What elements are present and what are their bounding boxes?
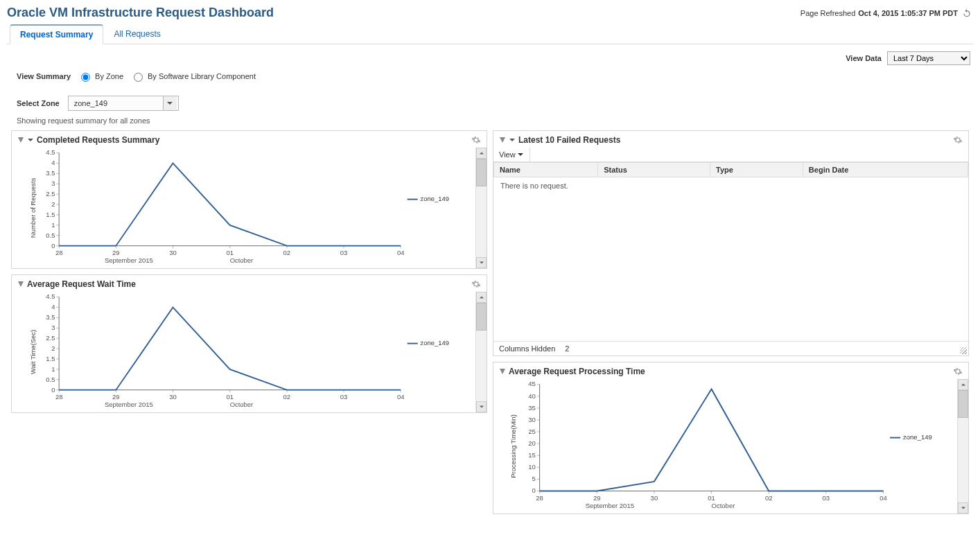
svg-text:03: 03: [340, 393, 348, 401]
panel-menu-icon[interactable]: [509, 137, 516, 143]
panel-completed-requests: Completed Requests Summary Number of Req…: [11, 130, 487, 269]
select-zone-label: Select Zone: [17, 99, 60, 107]
svg-text:September 2015: September 2015: [105, 256, 153, 264]
collapse-icon[interactable]: [499, 368, 506, 375]
svg-text:zone_149: zone_149: [421, 339, 449, 347]
svg-text:Number of Requests: Number of Requests: [29, 177, 37, 238]
svg-text:15: 15: [528, 451, 536, 459]
scroll-up-icon[interactable]: [476, 292, 487, 303]
vertical-scrollbar[interactable]: [475, 292, 487, 412]
col-status[interactable]: Status: [598, 163, 710, 177]
svg-text:2: 2: [51, 200, 55, 208]
scroll-up-icon[interactable]: [958, 379, 968, 390]
svg-text:September 2015: September 2015: [105, 401, 153, 408]
page-refreshed-label: Page Refreshed: [800, 9, 856, 17]
svg-text:2: 2: [51, 344, 55, 352]
scroll-down-icon[interactable]: [476, 257, 487, 268]
svg-text:29: 29: [112, 393, 120, 401]
tab-all-requests[interactable]: All Requests: [103, 24, 170, 44]
svg-text:5: 5: [532, 475, 536, 482]
panel-menu-icon[interactable]: [27, 137, 34, 143]
svg-text:04: 04: [397, 249, 405, 256]
svg-text:35: 35: [528, 404, 536, 412]
scroll-thumb[interactable]: [476, 159, 487, 186]
gear-icon[interactable]: [953, 135, 963, 146]
failed-requests-table: Name Status Type Begin Date There is no …: [493, 161, 968, 341]
svg-text:25: 25: [528, 428, 536, 435]
svg-text:10: 10: [528, 463, 536, 471]
svg-text:4.5: 4.5: [46, 292, 55, 300]
svg-text:4: 4: [51, 303, 55, 310]
svg-text:1: 1: [51, 221, 55, 229]
scroll-thumb[interactable]: [476, 303, 487, 331]
chart-completed[interactable]: Number of Requests00.511.522.533.544.528…: [12, 148, 475, 268]
zone-summary-note: Showing request summary for all zones: [7, 114, 973, 128]
col-name[interactable]: Name: [494, 163, 598, 177]
svg-text:02: 02: [283, 393, 291, 401]
svg-text:03: 03: [340, 249, 348, 256]
svg-text:October: October: [230, 401, 254, 408]
view-data-label: View Data: [846, 54, 882, 62]
tab-request-summary[interactable]: Request Summary: [10, 24, 103, 44]
panel-title: Completed Requests Summary: [37, 135, 159, 145]
col-begin-date[interactable]: Begin Date: [803, 163, 968, 177]
svg-text:0: 0: [532, 486, 536, 494]
chevron-down-icon: [517, 151, 524, 158]
scroll-thumb[interactable]: [958, 390, 968, 418]
svg-text:3.5: 3.5: [46, 313, 55, 321]
collapse-icon[interactable]: [17, 281, 24, 288]
chevron-down-icon[interactable]: [163, 96, 177, 110]
svg-text:30: 30: [169, 249, 177, 256]
panel-title: Latest 10 Failed Requests: [518, 135, 620, 145]
view-summary-by-swlib-label[interactable]: By Software Library Component: [148, 72, 256, 80]
table-view-label: View: [499, 150, 516, 159]
resize-handle[interactable]: [960, 347, 967, 354]
svg-text:1.5: 1.5: [46, 211, 55, 218]
columns-hidden-label: Columns Hidden: [499, 344, 555, 353]
tab-bar: Request Summary All Requests: [7, 24, 973, 44]
svg-text:September 2015: September 2015: [586, 502, 634, 509]
vertical-scrollbar[interactable]: [475, 148, 487, 268]
svg-text:45: 45: [528, 380, 536, 387]
vertical-scrollbar[interactable]: [957, 379, 968, 514]
svg-text:02: 02: [765, 494, 773, 502]
page-refreshed-time: Oct 4, 2015 1:05:37 PM PDT: [858, 9, 958, 17]
scroll-up-icon[interactable]: [476, 148, 487, 159]
select-zone-dropdown[interactable]: zone_149: [68, 96, 179, 111]
columns-hidden-count: 2: [565, 344, 569, 353]
scroll-down-icon[interactable]: [476, 401, 487, 412]
chart-processing-time[interactable]: Processing Time(Min)05101520253035404528…: [493, 379, 957, 514]
svg-text:3: 3: [51, 324, 55, 331]
panel-failed-requests: Latest 10 Failed Requests View N: [493, 130, 969, 356]
chart-wait-time[interactable]: Wait Time(Sec)00.511.522.533.544.5282930…: [12, 292, 475, 412]
svg-text:0.5: 0.5: [46, 231, 55, 239]
view-data-select[interactable]: Last 7 Days: [887, 51, 970, 65]
svg-text:04: 04: [397, 393, 405, 401]
scroll-down-icon[interactable]: [958, 502, 968, 514]
svg-text:4: 4: [51, 159, 55, 166]
page-title: Oracle VM Infrastructure Request Dashboa…: [7, 6, 274, 20]
svg-text:3.5: 3.5: [46, 169, 55, 177]
refresh-icon[interactable]: [961, 7, 973, 19]
collapse-icon[interactable]: [499, 137, 506, 143]
svg-text:zone_149: zone_149: [903, 433, 932, 441]
svg-text:28: 28: [536, 494, 543, 502]
col-type[interactable]: Type: [710, 163, 803, 177]
table-view-menu[interactable]: View: [493, 148, 530, 161]
svg-text:02: 02: [283, 249, 291, 256]
view-summary-by-swlib-radio[interactable]: [134, 73, 143, 82]
gear-icon[interactable]: [471, 279, 481, 290]
svg-text:30: 30: [169, 393, 177, 401]
svg-text:Processing Time(Min): Processing Time(Min): [509, 414, 517, 478]
svg-text:1: 1: [51, 365, 55, 373]
svg-text:October: October: [712, 502, 735, 509]
svg-text:October: October: [230, 256, 254, 264]
view-summary-label: View Summary: [17, 72, 71, 80]
svg-text:Wait Time(Sec): Wait Time(Sec): [29, 330, 37, 374]
collapse-icon[interactable]: [17, 137, 24, 143]
svg-text:0.5: 0.5: [46, 376, 55, 383]
view-summary-by-zone-label[interactable]: By Zone: [95, 72, 123, 80]
gear-icon[interactable]: [471, 135, 481, 146]
view-summary-by-zone-radio[interactable]: [81, 73, 90, 82]
gear-icon[interactable]: [953, 367, 963, 378]
